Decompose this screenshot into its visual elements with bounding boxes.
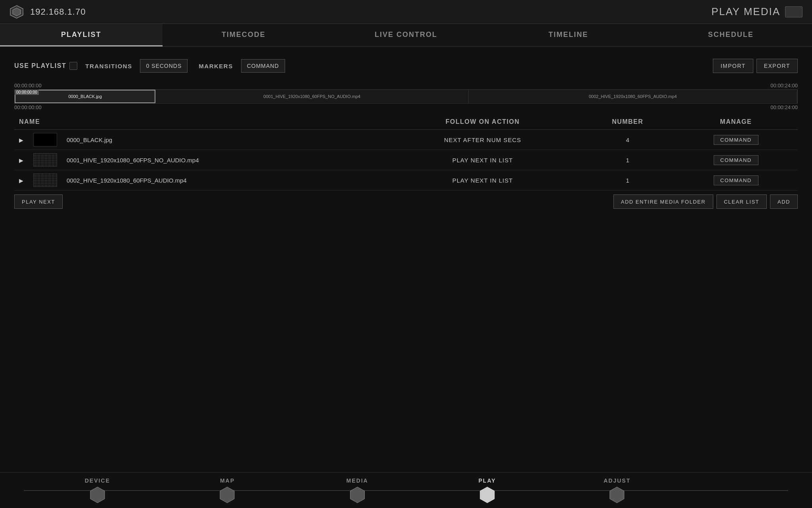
follow-action-1: NEXT AFTER NUM SECS: [384, 130, 581, 150]
play-next-button[interactable]: PLAY NEXT: [14, 194, 63, 209]
play-hexagon: [479, 486, 496, 504]
header-left: 192.168.1.70: [10, 5, 86, 19]
timeline-start-time: 00:00:00:00: [14, 83, 42, 89]
nav-node-device[interactable]: DEVICE: [85, 477, 110, 504]
filename-3: 0002_HIVE_1920x1080_60FPS_AUDIO.mp4: [62, 170, 384, 190]
tab-live-control[interactable]: LIVE CONTROL: [325, 24, 487, 46]
timeline-end-bottom: 00:00:24:00: [770, 104, 798, 110]
command-button-1[interactable]: COMMAND: [714, 135, 758, 145]
nav-node-media-label: MEDIA: [347, 477, 368, 484]
bottom-actions-right: ADD ENTIRE MEDIA FOLDER CLEAR LIST ADD: [613, 194, 798, 209]
toolbar: USE PLAYLIST TRANSITIONS 0 SECONDS MARKE…: [14, 59, 798, 73]
nav-node-play[interactable]: PLAY: [479, 477, 496, 504]
use-playlist-label: USE PLAYLIST: [14, 62, 66, 69]
table-row: ▶ 0001_HIVE_1920x1080_60FPS_NO_AUDIO.mp4…: [14, 150, 798, 170]
svg-marker-6: [610, 487, 624, 503]
filename-1: 0000_BLACK.jpg: [62, 130, 384, 150]
timeline-segment-3[interactable]: 0002_HIVE_1920x1080_60FPS_AUDIO.mp4: [469, 90, 797, 103]
toolbar-right: IMPORT EXPORT: [713, 59, 798, 73]
bottom-nav: DEVICE MAP MEDIA PLAY: [0, 472, 812, 508]
header: 192.168.1.70 PLAY MEDIA: [0, 0, 812, 24]
number-1: 4: [581, 130, 674, 150]
svg-marker-5: [480, 487, 494, 503]
ip-address: 192.168.1.70: [30, 7, 86, 17]
timeline-end-time: 00:00:24:00: [770, 83, 798, 89]
tab-timecode[interactable]: TIMECODE: [163, 24, 325, 46]
command-button-3[interactable]: COMMAND: [714, 175, 758, 185]
use-playlist-group: USE PLAYLIST: [14, 62, 77, 70]
import-button[interactable]: IMPORT: [713, 59, 753, 73]
nav-node-map[interactable]: MAP: [218, 477, 236, 504]
nav-node-device-label: DEVICE: [85, 477, 110, 484]
playlist-tbody: ▶ 0000_BLACK.jpg NEXT AFTER NUM SECS 4 C…: [14, 130, 798, 190]
nav-line: [24, 490, 788, 491]
markers-label: MARKERS: [199, 63, 233, 69]
map-hexagon: [218, 486, 236, 504]
play-row-3-button[interactable]: ▶: [19, 177, 23, 184]
col-name: NAME: [14, 115, 384, 130]
timeline-bar: 00:00:00:00 00:00:24:00 00:00:00:00 0000…: [14, 83, 798, 110]
use-playlist-checkbox[interactable]: [69, 62, 77, 70]
export-button[interactable]: EXPORT: [756, 59, 798, 73]
timeline-segment-2[interactable]: 0001_HIVE_1920x1080_60FPS_NO_AUDIO.mp4: [155, 90, 469, 103]
content: USE PLAYLIST TRANSITIONS 0 SECONDS MARKE…: [0, 47, 812, 209]
thumbnail-3: [33, 173, 57, 187]
transitions-dropdown[interactable]: 0 SECONDS: [140, 59, 188, 73]
play-row-1-button[interactable]: ▶: [19, 137, 23, 143]
play-media-label: PLAY MEDIA: [711, 6, 780, 18]
timeline-track[interactable]: 00:00:00:00 0000_BLACK.jpg 0001_HIVE_192…: [14, 89, 798, 104]
nav-tabs: PLAYLIST TIMECODE LIVE CONTROL TIMELINE …: [0, 24, 812, 47]
svg-marker-1: [13, 8, 21, 16]
col-manage: MANAGE: [674, 115, 798, 130]
current-time-indicator: 00:00:00:00: [15, 90, 39, 95]
nav-node-play-label: PLAY: [479, 477, 496, 484]
number-2: 1: [581, 150, 674, 170]
media-hexagon: [349, 486, 366, 504]
playlist-table: NAME FOLLOW ON ACTION NUMBER MANAGE ▶ 00…: [14, 115, 798, 190]
thumbnail-2: [33, 153, 57, 167]
table-row: ▶ 0000_BLACK.jpg NEXT AFTER NUM SECS 4 C…: [14, 130, 798, 150]
device-hexagon: [89, 486, 106, 504]
thumbnail-1: [33, 133, 57, 146]
play-media-toggle[interactable]: [785, 6, 802, 17]
timeline-times: 00:00:00:00 00:00:24:00: [14, 83, 798, 89]
table-row: ▶ 0002_HIVE_1920x1080_60FPS_AUDIO.mp4 PL…: [14, 170, 798, 190]
command-button-2[interactable]: COMMAND: [714, 155, 758, 165]
follow-action-3: PLAY NEXT IN LIST: [384, 170, 581, 190]
add-entire-media-folder-button[interactable]: ADD ENTIRE MEDIA FOLDER: [613, 194, 713, 209]
svg-marker-4: [350, 487, 364, 503]
nav-node-adjust[interactable]: ADJUST: [603, 477, 630, 504]
number-3: 1: [581, 170, 674, 190]
transitions-label: TRANSITIONS: [85, 63, 132, 69]
svg-marker-3: [220, 487, 234, 503]
nav-node-map-label: MAP: [220, 477, 235, 484]
nav-node-media[interactable]: MEDIA: [347, 477, 368, 504]
nav-node-adjust-label: ADJUST: [603, 477, 630, 484]
col-follow-on-action: FOLLOW ON ACTION: [384, 115, 581, 130]
header-right: PLAY MEDIA: [711, 6, 802, 18]
filename-2: 0001_HIVE_1920x1080_60FPS_NO_AUDIO.mp4: [62, 150, 384, 170]
table-header-row: NAME FOLLOW ON ACTION NUMBER MANAGE: [14, 115, 798, 130]
col-number: NUMBER: [581, 115, 674, 130]
add-button[interactable]: ADD: [770, 194, 798, 209]
shield-icon: [10, 5, 24, 19]
tab-playlist[interactable]: PLAYLIST: [0, 24, 163, 46]
clear-list-button[interactable]: CLEAR LIST: [716, 194, 767, 209]
adjust-hexagon: [608, 486, 626, 504]
bottom-actions: PLAY NEXT ADD ENTIRE MEDIA FOLDER CLEAR …: [14, 194, 798, 209]
follow-action-2: PLAY NEXT IN LIST: [384, 150, 581, 170]
play-row-2-button[interactable]: ▶: [19, 157, 23, 164]
svg-marker-2: [90, 487, 105, 503]
timeline-current-bottom: 00:00:00:00: [14, 104, 42, 110]
tab-timeline[interactable]: TIMELINE: [487, 24, 650, 46]
tab-schedule[interactable]: SCHEDULE: [649, 24, 812, 46]
timeline-end-times: 00:00:00:00 00:00:24:00: [14, 104, 798, 110]
markers-dropdown[interactable]: COMMAND: [241, 59, 285, 73]
